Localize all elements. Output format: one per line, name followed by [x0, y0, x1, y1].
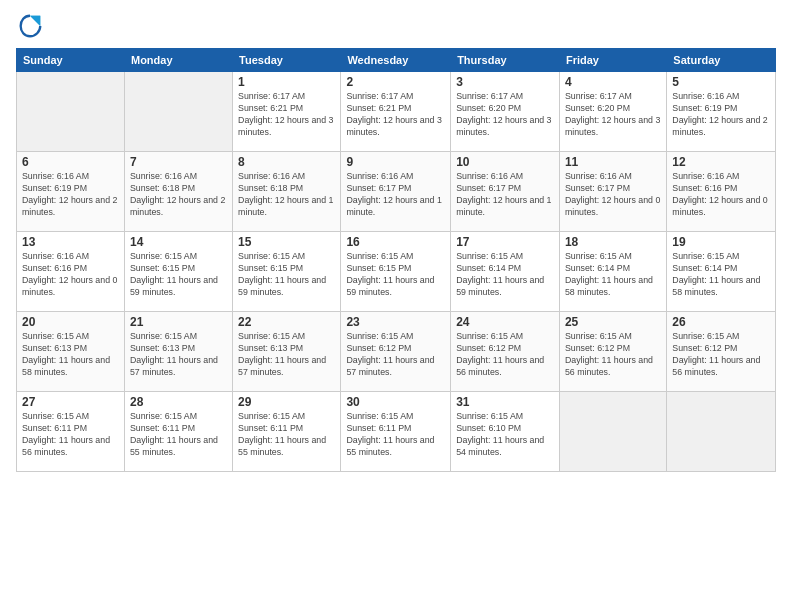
date-number: 23: [346, 315, 445, 329]
header: [16, 12, 776, 40]
date-number: 25: [565, 315, 661, 329]
date-number: 31: [456, 395, 554, 409]
calendar-cell: 28Sunrise: 6:15 AM Sunset: 6:11 PM Dayli…: [124, 392, 232, 472]
cell-info: Sunrise: 6:15 AM Sunset: 6:14 PM Dayligh…: [565, 251, 661, 299]
cell-info: Sunrise: 6:15 AM Sunset: 6:13 PM Dayligh…: [238, 331, 335, 379]
calendar-cell: [17, 72, 125, 152]
date-number: 3: [456, 75, 554, 89]
cell-info: Sunrise: 6:15 AM Sunset: 6:15 PM Dayligh…: [238, 251, 335, 299]
date-number: 29: [238, 395, 335, 409]
week-row-1: 1Sunrise: 6:17 AM Sunset: 6:21 PM Daylig…: [17, 72, 776, 152]
cell-info: Sunrise: 6:15 AM Sunset: 6:15 PM Dayligh…: [130, 251, 227, 299]
date-number: 7: [130, 155, 227, 169]
cell-info: Sunrise: 6:15 AM Sunset: 6:11 PM Dayligh…: [22, 411, 119, 459]
calendar-cell: 20Sunrise: 6:15 AM Sunset: 6:13 PM Dayli…: [17, 312, 125, 392]
day-header-thursday: Thursday: [451, 49, 560, 72]
day-header-tuesday: Tuesday: [233, 49, 341, 72]
cell-info: Sunrise: 6:15 AM Sunset: 6:13 PM Dayligh…: [22, 331, 119, 379]
cell-info: Sunrise: 6:15 AM Sunset: 6:11 PM Dayligh…: [346, 411, 445, 459]
date-number: 14: [130, 235, 227, 249]
day-header-saturday: Saturday: [667, 49, 776, 72]
date-number: 11: [565, 155, 661, 169]
cell-info: Sunrise: 6:15 AM Sunset: 6:11 PM Dayligh…: [130, 411, 227, 459]
calendar-cell: 6Sunrise: 6:16 AM Sunset: 6:19 PM Daylig…: [17, 152, 125, 232]
week-row-3: 13Sunrise: 6:16 AM Sunset: 6:16 PM Dayli…: [17, 232, 776, 312]
date-number: 15: [238, 235, 335, 249]
week-row-4: 20Sunrise: 6:15 AM Sunset: 6:13 PM Dayli…: [17, 312, 776, 392]
date-number: 24: [456, 315, 554, 329]
calendar-cell: 14Sunrise: 6:15 AM Sunset: 6:15 PM Dayli…: [124, 232, 232, 312]
date-number: 12: [672, 155, 770, 169]
calendar-page: SundayMondayTuesdayWednesdayThursdayFrid…: [0, 0, 792, 612]
calendar-cell: [124, 72, 232, 152]
date-number: 2: [346, 75, 445, 89]
date-number: 30: [346, 395, 445, 409]
calendar-cell: 16Sunrise: 6:15 AM Sunset: 6:15 PM Dayli…: [341, 232, 451, 312]
day-header-friday: Friday: [559, 49, 666, 72]
date-number: 9: [346, 155, 445, 169]
cell-info: Sunrise: 6:15 AM Sunset: 6:14 PM Dayligh…: [456, 251, 554, 299]
cell-info: Sunrise: 6:16 AM Sunset: 6:17 PM Dayligh…: [565, 171, 661, 219]
calendar-cell: 27Sunrise: 6:15 AM Sunset: 6:11 PM Dayli…: [17, 392, 125, 472]
calendar-cell: 4Sunrise: 6:17 AM Sunset: 6:20 PM Daylig…: [559, 72, 666, 152]
calendar-header-row: SundayMondayTuesdayWednesdayThursdayFrid…: [17, 49, 776, 72]
calendar-cell: 25Sunrise: 6:15 AM Sunset: 6:12 PM Dayli…: [559, 312, 666, 392]
calendar-cell: [667, 392, 776, 472]
date-number: 26: [672, 315, 770, 329]
day-header-wednesday: Wednesday: [341, 49, 451, 72]
date-number: 27: [22, 395, 119, 409]
calendar-cell: 9Sunrise: 6:16 AM Sunset: 6:17 PM Daylig…: [341, 152, 451, 232]
cell-info: Sunrise: 6:17 AM Sunset: 6:21 PM Dayligh…: [346, 91, 445, 139]
date-number: 22: [238, 315, 335, 329]
calendar-cell: 7Sunrise: 6:16 AM Sunset: 6:18 PM Daylig…: [124, 152, 232, 232]
cell-info: Sunrise: 6:16 AM Sunset: 6:17 PM Dayligh…: [346, 171, 445, 219]
calendar-cell: 18Sunrise: 6:15 AM Sunset: 6:14 PM Dayli…: [559, 232, 666, 312]
date-number: 4: [565, 75, 661, 89]
date-number: 28: [130, 395, 227, 409]
calendar-cell: 30Sunrise: 6:15 AM Sunset: 6:11 PM Dayli…: [341, 392, 451, 472]
calendar-cell: 29Sunrise: 6:15 AM Sunset: 6:11 PM Dayli…: [233, 392, 341, 472]
cell-info: Sunrise: 6:15 AM Sunset: 6:12 PM Dayligh…: [672, 331, 770, 379]
cell-info: Sunrise: 6:17 AM Sunset: 6:20 PM Dayligh…: [456, 91, 554, 139]
cell-info: Sunrise: 6:16 AM Sunset: 6:18 PM Dayligh…: [238, 171, 335, 219]
calendar-cell: 13Sunrise: 6:16 AM Sunset: 6:16 PM Dayli…: [17, 232, 125, 312]
logo-icon: [16, 12, 44, 40]
cell-info: Sunrise: 6:15 AM Sunset: 6:14 PM Dayligh…: [672, 251, 770, 299]
cell-info: Sunrise: 6:16 AM Sunset: 6:19 PM Dayligh…: [672, 91, 770, 139]
calendar-cell: 15Sunrise: 6:15 AM Sunset: 6:15 PM Dayli…: [233, 232, 341, 312]
cell-info: Sunrise: 6:15 AM Sunset: 6:11 PM Dayligh…: [238, 411, 335, 459]
calendar-cell: 12Sunrise: 6:16 AM Sunset: 6:16 PM Dayli…: [667, 152, 776, 232]
day-header-sunday: Sunday: [17, 49, 125, 72]
date-number: 8: [238, 155, 335, 169]
calendar-cell: 5Sunrise: 6:16 AM Sunset: 6:19 PM Daylig…: [667, 72, 776, 152]
calendar-cell: 21Sunrise: 6:15 AM Sunset: 6:13 PM Dayli…: [124, 312, 232, 392]
date-number: 13: [22, 235, 119, 249]
calendar-cell: 23Sunrise: 6:15 AM Sunset: 6:12 PM Dayli…: [341, 312, 451, 392]
cell-info: Sunrise: 6:16 AM Sunset: 6:18 PM Dayligh…: [130, 171, 227, 219]
calendar-cell: 8Sunrise: 6:16 AM Sunset: 6:18 PM Daylig…: [233, 152, 341, 232]
calendar-cell: 10Sunrise: 6:16 AM Sunset: 6:17 PM Dayli…: [451, 152, 560, 232]
date-number: 10: [456, 155, 554, 169]
calendar-cell: 2Sunrise: 6:17 AM Sunset: 6:21 PM Daylig…: [341, 72, 451, 152]
calendar-body: 1Sunrise: 6:17 AM Sunset: 6:21 PM Daylig…: [17, 72, 776, 472]
cell-info: Sunrise: 6:16 AM Sunset: 6:17 PM Dayligh…: [456, 171, 554, 219]
calendar-cell: 3Sunrise: 6:17 AM Sunset: 6:20 PM Daylig…: [451, 72, 560, 152]
calendar-cell: 19Sunrise: 6:15 AM Sunset: 6:14 PM Dayli…: [667, 232, 776, 312]
cell-info: Sunrise: 6:16 AM Sunset: 6:19 PM Dayligh…: [22, 171, 119, 219]
cell-info: Sunrise: 6:15 AM Sunset: 6:12 PM Dayligh…: [565, 331, 661, 379]
cell-info: Sunrise: 6:15 AM Sunset: 6:15 PM Dayligh…: [346, 251, 445, 299]
day-header-monday: Monday: [124, 49, 232, 72]
cell-info: Sunrise: 6:15 AM Sunset: 6:10 PM Dayligh…: [456, 411, 554, 459]
cell-info: Sunrise: 6:17 AM Sunset: 6:20 PM Dayligh…: [565, 91, 661, 139]
cell-info: Sunrise: 6:16 AM Sunset: 6:16 PM Dayligh…: [672, 171, 770, 219]
date-number: 21: [130, 315, 227, 329]
date-number: 5: [672, 75, 770, 89]
date-number: 17: [456, 235, 554, 249]
cell-info: Sunrise: 6:15 AM Sunset: 6:13 PM Dayligh…: [130, 331, 227, 379]
week-row-2: 6Sunrise: 6:16 AM Sunset: 6:19 PM Daylig…: [17, 152, 776, 232]
logo: [16, 12, 48, 40]
calendar-cell: [559, 392, 666, 472]
date-number: 6: [22, 155, 119, 169]
calendar-cell: 11Sunrise: 6:16 AM Sunset: 6:17 PM Dayli…: [559, 152, 666, 232]
week-row-5: 27Sunrise: 6:15 AM Sunset: 6:11 PM Dayli…: [17, 392, 776, 472]
